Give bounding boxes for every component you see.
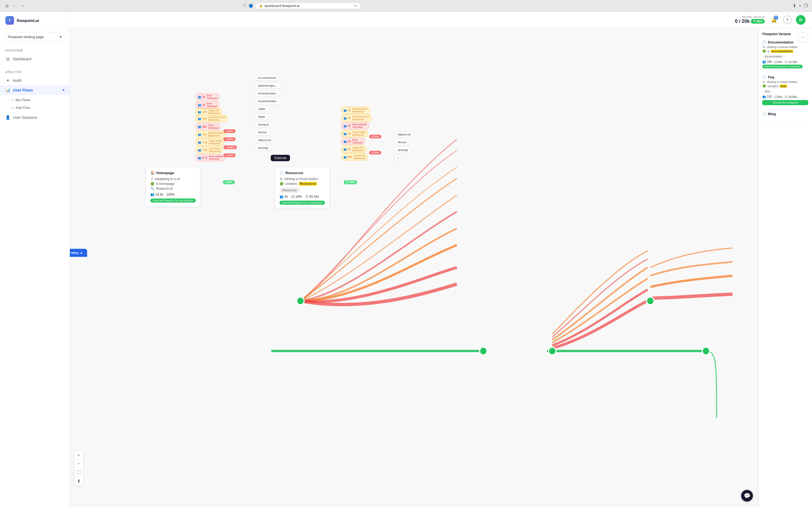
forward-button[interactable]: →: [20, 3, 26, 9]
svg-point-0: [297, 297, 304, 305]
download-button[interactable]: ⬇: [74, 477, 83, 485]
variant-doc-chip: documentation: [762, 54, 785, 58]
users-count: 👥 18.3k: [150, 192, 163, 196]
sidebar-item-dashboard[interactable]: ⊟ Dashboard: [0, 54, 69, 64]
lock-icon: 🔒: [259, 4, 263, 7]
share-button[interactable]: ⬆: [793, 3, 796, 8]
users-icon: 👥: [198, 111, 201, 113]
homepage-icon: 🏠: [150, 171, 155, 175]
notifications-button[interactable]: 🔔 5: [769, 15, 779, 25]
users-icon: 👥: [344, 148, 347, 151]
browser-controls: ⊟ ← →: [4, 3, 26, 9]
navigation-icon: ↗: [150, 177, 153, 181]
sparkle-icon: ✦: [80, 251, 83, 255]
resources-highlight: Resources: [299, 182, 317, 186]
pct-label-neg-2: -3.07%: [223, 137, 236, 141]
chat-icon: 💬: [744, 493, 751, 499]
resources-badge: Selected flowpoint for visualisation: [280, 201, 325, 205]
refresh-button[interactable]: ↻: [354, 4, 357, 8]
pct-label-neg-4: -3.16%: [223, 154, 236, 157]
sidebar-item-add-flow[interactable]: Add Flow: [0, 104, 69, 112]
flow-audit-tab[interactable]: ✦ Flow Audit: [70, 249, 87, 257]
chat-button[interactable]: 💬: [741, 490, 753, 502]
project-selector[interactable]: Flowpoint landing page ▾: [4, 33, 65, 41]
event-badge-right-scroll: 👥 30 Confused scrollBehavioral: [341, 115, 371, 121]
variant-doc-row1: 🖱 clicking a mouse button: [762, 45, 808, 49]
event-badge-backforward-710: 👥 710 Back/ForwardBehavioral: [196, 131, 225, 138]
sidebar-item-my-flows[interactable]: My Flows: [0, 96, 69, 104]
back-button[interactable]: ←: [12, 3, 18, 9]
resources-flow-card: 📄 Resources 🖱 clicking a mouse button 🟢 …: [275, 167, 329, 209]
event-badge-right-error-web: 👥 30 Error websiteTechnical: [341, 122, 369, 129]
variant-faq-percent: 1.20%: [774, 95, 782, 99]
node-label-faqs: /faqs/: [255, 114, 268, 120]
sidebar-item-user-flows[interactable]: 📊 User Flows ▾: [0, 85, 69, 95]
variant-panel: Flowpoint Variants 📄 Documentation 🖱 cli…: [758, 28, 812, 507]
homepage-flow-card: 🏠 Homepage ↗ navigating to a url 🟢 is ho…: [146, 167, 200, 207]
users-percent: 100%: [166, 192, 175, 196]
event-badge-pageclick-130: 👥 130 Page clickBehavioral: [196, 108, 222, 115]
browser-bar: ⊟ ← → 🛡 🔵 🔒 dashboard.flowpoint.ai ↻ ⬆ +…: [0, 0, 812, 12]
filter-icon: 🟢: [150, 182, 154, 186]
resources-chip: Resources: [280, 188, 300, 192]
filter-icon: 🟢: [762, 84, 766, 88]
monthly-sessions-label: Monthly sessions: [735, 15, 765, 18]
pct-label-main-2: 27.59%: [344, 180, 357, 184]
event-badge-error-280: 👥 280 ErrorTechnical: [196, 123, 221, 130]
event-badge-pagereload-1k: 👥 1.2k Page reloadBehavioral: [196, 139, 224, 146]
users-icon: 👥: [344, 117, 347, 120]
users-icon: 👥: [344, 109, 347, 112]
pro-badge: ✦ PRO: [751, 19, 765, 23]
sidebar-item-audit[interactable]: ✦ Audit: [0, 76, 69, 85]
pct-label-neg-1: -2.41%: [223, 129, 236, 133]
resources-icon: 📄: [280, 171, 284, 175]
homepage-stats: 👥 18.3k 100%: [150, 192, 196, 196]
node-label-privacy: /privacy/: [255, 121, 272, 127]
logo-text: flowpoint.ai: [17, 18, 39, 23]
svg-point-4: [647, 297, 654, 305]
address-bar[interactable]: 🔒 dashboard.flowpoint.ai ↻: [255, 2, 361, 9]
resources-row2: 🟢 contains Resources: [280, 182, 325, 186]
overview-section: OVERVIEW ⊟ Dashboard: [0, 45, 69, 66]
variant-faq-time: ⏱ 18.85s: [784, 95, 797, 99]
node-label-events-white: /events/whitei...: [255, 98, 282, 104]
homepage-row1: ↗ navigating to a url: [150, 177, 196, 181]
app-container: f flowpoint.ai Flowpoint landing page ▾ …: [0, 12, 812, 507]
sidebar-item-user-sessions[interactable]: 👤 User Sessions: [0, 113, 69, 122]
event-badge-right-pageclick: 👥 80 Page clickBehavioral: [341, 146, 366, 153]
event-badge-right-backforward: 👥 10 Back/ForwardBehavioral: [341, 107, 370, 114]
zoom-in-button[interactable]: +: [74, 451, 83, 459]
node-label-terms: /terms/: [255, 129, 270, 135]
resources-title: 📄 Resources: [280, 171, 325, 175]
user-avatar[interactable]: D: [796, 15, 806, 25]
overview-label: OVERVIEW: [0, 49, 69, 54]
node-label-partners: /partners/gra...: [255, 82, 280, 89]
event-badge-right-lostfocus: 👥 990 Lost focusBehavioral: [341, 154, 368, 160]
variant-doc-selected-badge: Selected flowpoint for visualisation: [762, 65, 803, 68]
monthly-sessions-row: 0 / 20k ✦ PRO: [735, 18, 765, 24]
users-icon: 👥: [198, 149, 201, 152]
variant-faq-highlight: faqs: [780, 84, 787, 88]
event-badge-slow-8k: 👥 8.7k Slow websiteTechnical: [196, 154, 225, 161]
help-button[interactable]: ?: [783, 15, 792, 24]
zoom-out-button[interactable]: −: [74, 459, 83, 468]
resources-row1: 🖱 clicking a mouse button: [280, 177, 325, 181]
event-badge-right-pagereload: 👥 60 Page reloadBehavioral: [341, 130, 368, 137]
variant-faq-users: 👥 220: [762, 95, 772, 99]
users-icon: 👥: [198, 141, 201, 144]
users-icon: 👥: [198, 125, 201, 128]
add-flow-label: Add Flow: [15, 106, 30, 110]
sidebar-toggle-button[interactable]: ⊟: [4, 3, 10, 9]
click-icon: 🖱: [762, 45, 765, 49]
variant-item-documentation: 📄 Documentation 🖱 clicking a mouse butto…: [762, 40, 808, 72]
analysis-section: ANALYSIS ✦ Audit 📊 User Flows ▾ My Flows…: [0, 66, 69, 124]
variant-doc-chip-wrap: documentation: [762, 54, 808, 58]
homepage-row2: 🟢 is homepage: [150, 182, 196, 186]
flow-visualization: [70, 28, 812, 507]
new-tab-button[interactable]: +: [799, 3, 801, 8]
variant-faq-cta-button[interactable]: Choose this flowpoint: [762, 100, 808, 105]
event-badge-lostfocus-7k: 👥 7.9k Lost focusBehavioral: [196, 147, 222, 154]
fullscreen-button[interactable]: ⛶: [74, 468, 83, 477]
tab-overview-button[interactable]: ❐: [804, 3, 808, 8]
canvas-menu-button[interactable]: ⋯: [798, 32, 808, 42]
